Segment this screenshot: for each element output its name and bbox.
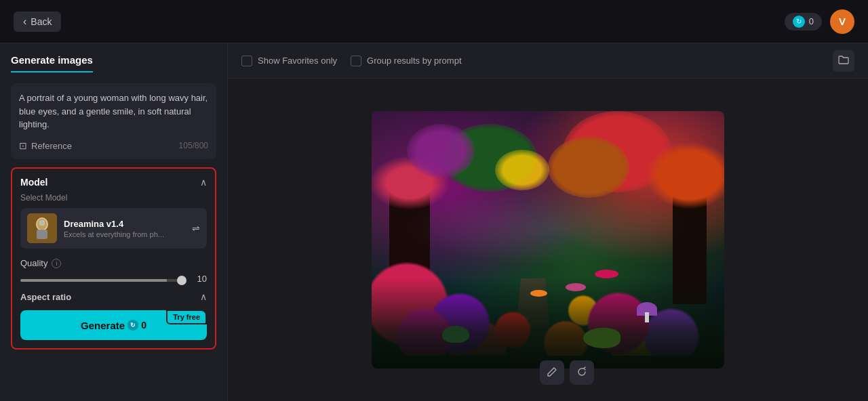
header-right: ↻ 0 V xyxy=(785,9,854,34)
model-section-title: Model xyxy=(20,177,47,188)
right-panel: Show Favorites only Group results by pro… xyxy=(228,43,868,401)
model-thumbnail xyxy=(27,213,57,243)
char-count: 105/800 xyxy=(179,141,208,150)
avatar-letter: V xyxy=(839,16,846,27)
retry-button[interactable] xyxy=(570,360,594,385)
edit-button[interactable] xyxy=(540,360,564,385)
back-button[interactable]: ‹ Back xyxy=(14,12,61,32)
results-bar: Show Favorites only Group results by pro… xyxy=(228,43,868,79)
edit-icon xyxy=(547,366,557,379)
generate-label: Generate xyxy=(81,320,125,331)
show-favorites-label: Show Favorites only xyxy=(258,56,337,66)
model-info: Dreamina v1.4 Excels at everything from … xyxy=(64,219,185,238)
model-settings-icon[interactable]: ⇌ xyxy=(192,223,200,234)
select-model-label: Select Model xyxy=(20,193,207,203)
show-favorites-checkbox[interactable]: Show Favorites only xyxy=(241,56,337,66)
prompt-text[interactable]: A portrait of a young woman with long wa… xyxy=(19,91,208,132)
ff-small-flower1 xyxy=(566,283,586,291)
aspect-ratio-header[interactable]: Aspect ratio ∧ xyxy=(20,291,207,302)
credits-icon: ↻ xyxy=(793,16,805,28)
group-results-checkbox-box[interactable] xyxy=(351,56,361,66)
quality-label: Quality xyxy=(20,258,47,268)
image-area xyxy=(228,79,868,401)
generate-coin-value: 0 xyxy=(141,320,146,331)
reference-label: Reference xyxy=(31,141,72,151)
back-arrow-icon: ‹ xyxy=(23,16,26,28)
avatar[interactable]: V xyxy=(830,9,854,34)
results-bar-left: Show Favorites only Group results by pro… xyxy=(241,56,462,66)
svg-rect-4 xyxy=(37,230,47,239)
folder-button[interactable] xyxy=(833,50,854,72)
aspect-ratio-section: Aspect ratio ∧ xyxy=(20,291,207,302)
ff-mushroom xyxy=(640,302,654,322)
main-layout: Generate images A portrait of a young wo… xyxy=(0,43,868,401)
main-image xyxy=(372,111,724,368)
credits-count: 0 xyxy=(809,16,814,26)
quality-slider-row: 10 xyxy=(20,272,207,284)
quality-row: Quality i xyxy=(20,258,207,268)
ff-rocks-left xyxy=(442,326,469,343)
generate-button-wrapper: Try free Generate ↻ 0 xyxy=(20,310,207,340)
retry-icon xyxy=(576,366,587,379)
try-free-badge: Try free xyxy=(166,310,207,324)
credits-badge: ↻ 0 xyxy=(785,13,822,30)
ff-rocks-right xyxy=(583,328,620,348)
aspect-chevron-up-icon: ∧ xyxy=(200,291,207,302)
generate-button[interactable]: Try free Generate ↻ 0 xyxy=(20,310,207,340)
header: ‹ Back ↻ 0 V xyxy=(0,0,868,43)
ff-flower-accent xyxy=(595,270,618,278)
reference-icon: ⊡ xyxy=(19,140,27,151)
favorites-checkbox-box[interactable] xyxy=(241,56,252,66)
generate-coin-icon: ↻ xyxy=(127,320,138,331)
fantasy-forest-image xyxy=(372,111,724,368)
model-name: Dreamina v1.4 xyxy=(64,219,185,229)
chevron-up-icon: ∧ xyxy=(200,177,207,188)
model-section-header[interactable]: Model ∧ xyxy=(20,177,207,188)
model-card[interactable]: Dreamina v1.4 Excels at everything from … xyxy=(20,208,207,249)
reference-button[interactable]: ⊡ Reference xyxy=(19,140,72,151)
ff-ground xyxy=(372,278,724,368)
model-thumb-svg xyxy=(27,213,57,243)
model-thumb-art xyxy=(27,213,57,243)
model-desc: Excels at everything from ph... xyxy=(64,230,165,238)
quality-slider[interactable] xyxy=(20,279,186,282)
aspect-ratio-label: Aspect ratio xyxy=(20,292,71,302)
back-label: Back xyxy=(31,16,52,27)
folder-icon xyxy=(838,55,849,66)
ff-small-flower2 xyxy=(530,290,547,297)
model-generate-zone: Model ∧ Select Model xyxy=(11,167,216,350)
svg-point-5 xyxy=(40,221,44,225)
quality-info-icon[interactable]: i xyxy=(52,259,61,268)
prompt-area[interactable]: A portrait of a young woman with long wa… xyxy=(11,83,216,159)
group-results-checkbox[interactable]: Group results by prompt xyxy=(351,56,461,66)
ff-purple-tree xyxy=(407,124,475,178)
group-results-label: Group results by prompt xyxy=(367,56,461,66)
ff-yellow-tree xyxy=(495,150,549,190)
prompt-footer: ⊡ Reference 105/800 xyxy=(19,140,208,151)
quality-value: 10 xyxy=(193,274,207,284)
left-panel: Generate images A portrait of a young wo… xyxy=(0,43,228,401)
image-actions xyxy=(540,360,594,385)
panel-title: Generate images xyxy=(11,54,93,72)
